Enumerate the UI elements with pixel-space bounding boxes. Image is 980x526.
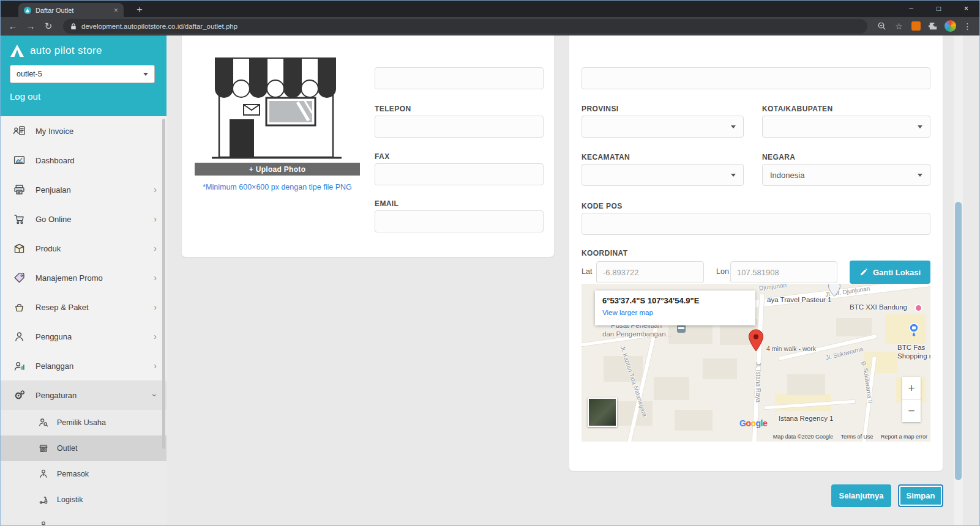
kode-pos-input[interactable] — [582, 213, 930, 235]
sidebar-subitem-partial[interactable] — [0, 513, 166, 526]
kecamatan-label: KECAMATAN — [582, 153, 630, 161]
reload-button[interactable]: ↻ — [40, 18, 56, 34]
window-minimize-button[interactable]: – — [897, 0, 925, 17]
sidebar-item-produk[interactable]: Produk › — [0, 234, 166, 263]
view-larger-map-link[interactable]: View larger map — [602, 309, 748, 316]
browser-titlebar: Daftar Outlet × + – □ × — [0, 0, 980, 17]
sidebar-item-penjualan[interactable]: Penjualan › — [0, 175, 166, 204]
address-bar[interactable]: development.autopilotstore.co.id/daftar_… — [63, 19, 867, 34]
pengaturan-submenu: Pemilik Usaha Outlet Pemasok Logistik — [0, 410, 166, 526]
sidebar-item-pelanggan[interactable]: Pelanggan › — [0, 351, 166, 380]
sidebar-item-my-invoice[interactable]: My Invoice — [0, 116, 166, 146]
logout-link[interactable]: Log out — [10, 91, 157, 102]
sidebar-scrollbar[interactable] — [162, 119, 165, 449]
browser-toolbar: ← → ↻ development.autopilotstore.co.id/d… — [0, 17, 980, 35]
sidebar-item-go-online[interactable]: Go Online › — [0, 204, 166, 234]
email-label: EMAIL — [375, 199, 398, 208]
extensions-puzzle-icon[interactable] — [926, 18, 941, 34]
chevron-down-icon — [731, 174, 736, 177]
provinsi-label: PROVINSI — [582, 105, 619, 113]
poi-label: BTC Fas — [897, 344, 925, 351]
forward-button[interactable]: → — [23, 18, 39, 34]
back-button[interactable]: ← — [5, 18, 21, 34]
selanjutnya-button[interactable]: Selanjutnya — [831, 484, 891, 507]
kode-pos-label: KODE POS — [582, 202, 623, 210]
page-scrollbar[interactable] — [954, 35, 963, 526]
lock-icon — [70, 23, 77, 30]
lon-input[interactable] — [730, 261, 837, 283]
report-map-error-link[interactable]: Report a map error — [881, 434, 927, 440]
main-content: + Upload Photo *Minimum 600×600 px denga… — [166, 35, 980, 526]
zoom-indicator-icon[interactable] — [874, 18, 889, 34]
map-marker-icon[interactable] — [748, 329, 764, 352]
sidebar-item-resep-paket[interactable]: Resep & Paket › — [0, 292, 166, 322]
ganti-lokasi-button[interactable]: Ganti Lokasi — [850, 261, 930, 284]
outlet-photo-upload[interactable]: + Upload Photo — [195, 41, 360, 176]
koordinat-label: KOORDINAT — [582, 249, 627, 257]
poi-label: BTC XXI Bandung — [850, 303, 907, 311]
chevron-right-icon: › — [154, 214, 157, 224]
map-zoom-out-button[interactable]: − — [902, 399, 921, 422]
cart-icon — [12, 212, 26, 226]
tab-close-icon[interactable]: × — [114, 6, 118, 15]
sidebar-subitem-pemilik-usaha[interactable]: Pemilik Usaha — [0, 410, 166, 435]
person-icon — [12, 330, 26, 343]
new-tab-button[interactable]: + — [132, 2, 147, 17]
invoice-icon — [12, 124, 26, 138]
terms-of-use-link[interactable]: Terms of Use — [840, 434, 873, 440]
sidebar-item-dashboard[interactable]: Dashboard — [0, 146, 166, 175]
tag-icon — [12, 271, 26, 284]
sidebar-item-pengguna[interactable]: Pengguna › — [0, 322, 166, 351]
poi-pin-icon — [828, 284, 841, 297]
outlet-name-input[interactable] — [375, 67, 544, 89]
bookmark-star-icon[interactable]: ☆ — [891, 18, 907, 34]
tab-title: Daftar Outlet — [36, 7, 110, 14]
chevron-down-icon — [143, 73, 148, 76]
window-maximize-button[interactable]: □ — [925, 0, 952, 17]
sidebar-header: auto pilot store outlet-5 Log out — [0, 35, 166, 116]
sidebar-subitem-outlet[interactable]: Outlet — [0, 435, 166, 461]
email-input[interactable] — [375, 210, 544, 232]
kecamatan-select[interactable] — [582, 164, 744, 186]
kota-label: KOTA/KABUPATEN — [762, 105, 833, 113]
browser-menu-icon[interactable]: ⋮ — [960, 18, 975, 34]
outlet-select[interactable]: outlet-5 — [10, 65, 155, 83]
url-text: development.autopilotstore.co.id/daftar_… — [81, 23, 238, 30]
kota-select[interactable] — [762, 116, 930, 138]
upload-photo-button[interactable]: + Upload Photo — [195, 163, 360, 176]
extension-orange-icon[interactable] — [908, 18, 924, 34]
road-label: Djunjunan — [758, 284, 787, 292]
ganti-lokasi-label: Ganti Lokasi — [873, 268, 921, 277]
map-info-window: 6°53'37.4"S 107°34'54.9"E View larger ma… — [595, 291, 755, 325]
sidebar-item-manajemen-promo[interactable]: Manajemen Promo › — [0, 263, 166, 292]
profile-avatar[interactable] — [943, 18, 958, 34]
negara-select-value: Indonesia — [770, 171, 804, 180]
sidebar-subitem-label: Logistik — [57, 495, 83, 504]
negara-select[interactable]: Indonesia — [762, 164, 930, 186]
map-zoom-in-button[interactable]: + — [902, 377, 921, 399]
box-icon — [12, 242, 26, 255]
provinsi-select[interactable] — [582, 116, 744, 138]
sidebar-subitem-logistik[interactable]: Logistik — [0, 487, 166, 513]
chevron-down-icon — [918, 125, 922, 128]
lat-input[interactable] — [596, 261, 704, 283]
fax-input[interactable] — [375, 163, 544, 185]
alamat-input[interactable] — [582, 67, 930, 89]
sidebar-subitem-label: Outlet — [57, 444, 77, 453]
browser-tab[interactable]: Daftar Outlet × — [18, 3, 124, 17]
satellite-view-toggle[interactable] — [588, 398, 617, 427]
simpan-button[interactable]: Simpan — [898, 484, 943, 507]
supplier-icon — [38, 469, 49, 480]
outlet-photo-card: + Upload Photo *Minimum 600×600 px denga… — [182, 35, 554, 257]
telepon-input[interactable] — [375, 116, 544, 138]
google-map[interactable]: Djunjunan Jl. Dr. Djunjunan aya Travel P… — [582, 284, 930, 442]
lat-label: Lat — [582, 267, 592, 276]
sidebar-subitem-pemasok[interactable]: Pemasok — [0, 461, 166, 487]
window-close-button[interactable]: × — [952, 0, 980, 17]
storefront-illustration — [195, 41, 360, 163]
cinema-poi-icon — [915, 304, 922, 312]
sidebar-item-pengaturan[interactable]: Pengaturan › — [0, 380, 166, 410]
page-scrollbar-thumb[interactable] — [955, 202, 962, 480]
google-logo: Google — [739, 418, 767, 428]
sidebar-item-label: Pengaturan — [36, 391, 77, 400]
